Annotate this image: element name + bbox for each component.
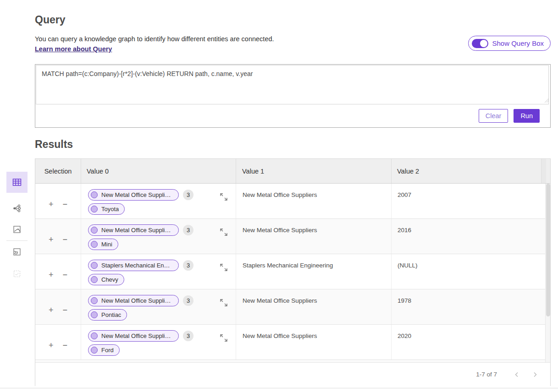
selection-cell: + −: [35, 289, 81, 324]
add-to-selection-icon[interactable]: +: [48, 296, 55, 324]
query-page: Query You can query a knowledge graph to…: [0, 0, 558, 392]
table-footer: 1-7 of 7: [35, 362, 550, 386]
entity-dot-icon: [91, 241, 98, 248]
clear-button[interactable]: Clear: [479, 109, 508, 123]
entity-pill[interactable]: New Metal Office Suppliers: [88, 330, 179, 342]
column-header-value1: Value 1: [236, 159, 392, 183]
next-page-button[interactable]: [529, 369, 541, 381]
selection-icon: [12, 269, 22, 278]
scrollbar-thumb[interactable]: [546, 184, 550, 316]
entity-pill[interactable]: Mini: [88, 239, 118, 250]
expand-path-icon[interactable]: [220, 263, 228, 272]
remove-from-selection-icon[interactable]: −: [62, 331, 69, 359]
entity-pill[interactable]: New Metal Office Suppliers: [88, 295, 179, 306]
path-count-badge: 3: [183, 331, 193, 341]
column-header-value2: Value 2: [392, 159, 541, 183]
value1-cell: New Metal Office Suppliers: [236, 325, 392, 359]
value2-cell: 2020: [392, 325, 546, 359]
view-switcher-sidebar: [6, 172, 28, 283]
pagination-range: 1-7 of 7: [476, 371, 497, 378]
add-to-selection-icon[interactable]: +: [48, 261, 55, 289]
previous-page-button[interactable]: [511, 369, 523, 381]
remove-from-selection-icon[interactable]: −: [62, 190, 69, 218]
remove-from-selection-icon[interactable]: −: [62, 296, 69, 324]
entity-dot-icon: [91, 276, 98, 283]
chart-icon: [12, 225, 22, 234]
path-cell: New Metal Office Suppliers 3 Toyota: [81, 184, 236, 218]
expand-path-icon[interactable]: [220, 334, 228, 342]
partial-next-row: [35, 360, 550, 362]
query-actions: Clear Run: [35, 104, 550, 127]
table-scrollbar[interactable]: [545, 184, 550, 362]
entity-pill[interactable]: New Metal Office Suppliers: [88, 189, 179, 201]
table-icon: [12, 177, 22, 187]
results-title: Results: [35, 138, 73, 151]
add-to-selection-icon[interactable]: +: [48, 331, 55, 359]
remove-from-selection-icon[interactable]: −: [62, 225, 69, 254]
entity-dot-icon: [91, 311, 98, 318]
scrollbar-corner: [541, 159, 546, 183]
sidebar-item-selection-view: [6, 265, 28, 283]
page-description: You can query a knowledge graph to ident…: [35, 35, 274, 43]
table-header-row: Selection Value 0 Value 1 Value 2: [35, 159, 550, 184]
results-table: Selection Value 0 Value 1 Value 2 + − Ne…: [35, 158, 551, 386]
page-bottom-divider: [0, 388, 558, 388]
entity-dot-icon: [91, 227, 98, 234]
remove-from-selection-icon[interactable]: −: [62, 261, 69, 289]
toggle-switch-icon[interactable]: [472, 39, 488, 48]
query-box: MATCH path=(c:Company)-[r*2]-(v:Vehicle)…: [35, 64, 551, 128]
path-cell: New Metal Office Suppliers 3 Mini: [81, 219, 236, 254]
table-row: + − Staplers Mechanical Engi... 3 Chevy …: [35, 254, 550, 289]
table-row: + − New Metal Office Suppliers 3 Mini Ne…: [35, 219, 550, 254]
table-body: + − New Metal Office Suppliers 3 Toyota …: [35, 184, 550, 362]
selection-cell: + −: [35, 184, 81, 218]
toggle-label: Show Query Box: [492, 39, 544, 47]
page-title: Query: [35, 14, 65, 26]
value2-cell: 2016: [392, 219, 546, 254]
path-count-badge: 3: [183, 295, 193, 306]
entity-pill[interactable]: New Metal Office Suppliers: [88, 224, 179, 236]
selection-cell: + −: [35, 254, 81, 289]
add-to-selection-icon[interactable]: +: [48, 190, 55, 218]
selection-cell: + −: [35, 219, 81, 254]
table-row: + − New Metal Office Suppliers 3 Toyota …: [35, 184, 550, 219]
value2-cell: 1978: [392, 289, 546, 324]
sidebar-divider: [6, 240, 28, 241]
add-to-selection-icon[interactable]: +: [48, 225, 55, 254]
sidebar-item-map-view[interactable]: [6, 243, 28, 261]
value2-cell: (NULL): [392, 254, 546, 289]
sidebar-item-link-chart-view[interactable]: [6, 199, 28, 218]
entity-pill[interactable]: Toyota: [88, 203, 125, 215]
show-query-box-toggle[interactable]: Show Query Box: [468, 36, 551, 51]
path-cell: New Metal Office Suppliers 3 Pontiac: [81, 289, 236, 324]
chevron-right-icon: [532, 371, 538, 378]
value1-cell: New Metal Office Suppliers: [236, 289, 392, 324]
selection-cell: + −: [35, 325, 81, 359]
chevron-left-icon: [514, 371, 520, 378]
expand-path-icon[interactable]: [220, 193, 228, 201]
table-row: + − New Metal Office Suppliers 3 Pontiac…: [35, 289, 550, 325]
value1-cell: Staplers Mechanical Engineering: [236, 254, 392, 289]
entity-dot-icon: [91, 347, 98, 354]
entity-pill[interactable]: Staplers Mechanical Engi...: [88, 260, 179, 271]
entity-dot-icon: [91, 297, 98, 304]
map-icon: [12, 247, 22, 256]
entity-pill[interactable]: Chevy: [88, 274, 124, 285]
run-button[interactable]: Run: [514, 109, 540, 123]
entity-dot-icon: [91, 332, 98, 339]
table-row: + − New Metal Office Suppliers 3 Ford Ne…: [35, 325, 550, 360]
entity-pill[interactable]: Pontiac: [88, 309, 127, 321]
learn-more-link[interactable]: Learn more about Query: [35, 45, 112, 53]
sidebar-item-table-view[interactable]: [6, 172, 28, 193]
link-chart-icon: [12, 204, 22, 213]
path-count-badge: 3: [183, 190, 193, 200]
entity-pill[interactable]: Ford: [88, 344, 120, 356]
query-input[interactable]: MATCH path=(c:Company)-[r*2]-(v:Vehicle)…: [36, 65, 549, 104]
path-cell: New Metal Office Suppliers 3 Ford: [81, 325, 236, 359]
expand-path-icon[interactable]: [220, 299, 228, 307]
value1-cell: New Metal Office Suppliers: [236, 219, 392, 254]
value1-cell: New Metal Office Suppliers: [236, 184, 392, 218]
sidebar-item-chart-view[interactable]: [6, 220, 28, 239]
path-cell: Staplers Mechanical Engi... 3 Chevy: [81, 254, 236, 289]
expand-path-icon[interactable]: [220, 228, 228, 236]
